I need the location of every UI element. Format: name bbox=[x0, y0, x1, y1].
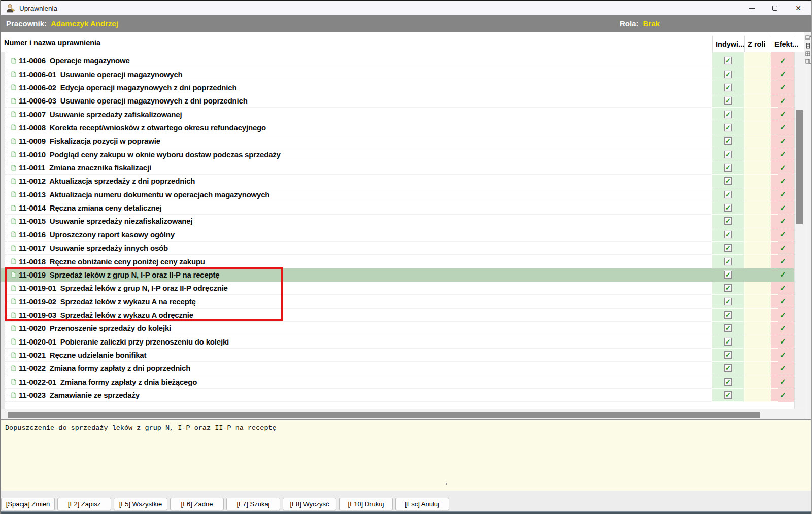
permission-row[interactable]: 11-0010 Podgląd ceny zakupu w oknie wybo… bbox=[5, 148, 794, 161]
permission-row[interactable]: 11-0020 Przenoszenie sprzedaży do kolejk… bbox=[5, 322, 794, 335]
individual-checkbox[interactable]: ✓ bbox=[724, 271, 732, 279]
individual-checkbox[interactable]: ✓ bbox=[724, 244, 732, 252]
individual-checkbox[interactable]: ✓ bbox=[724, 124, 732, 131]
tree-tick bbox=[7, 301, 11, 302]
footer-button-f5-wszystkie[interactable]: [F5] Wszystkie bbox=[114, 498, 167, 510]
checkbox-check-icon: ✓ bbox=[725, 177, 731, 185]
effective-check-icon: ✓ bbox=[780, 391, 786, 400]
individual-checkbox[interactable]: ✓ bbox=[724, 378, 732, 386]
permission-row[interactable]: 11-0022-01 Zmiana formy zapłaty z dnia b… bbox=[5, 375, 794, 389]
checkbox-check-icon: ✓ bbox=[725, 284, 731, 292]
vertical-scrollbar-thumb[interactable] bbox=[796, 110, 803, 224]
permission-row[interactable]: 11-0006-03 Usuwanie operacji magazynowyc… bbox=[5, 94, 794, 108]
minimize-button[interactable] bbox=[740, 1, 763, 15]
from-role-cell bbox=[744, 268, 771, 282]
checkbox-check-icon: ✓ bbox=[725, 298, 731, 305]
permission-row[interactable]: 11-0019-02 Sprzedaż leków z wykazu A na … bbox=[5, 295, 794, 308]
permission-row[interactable]: 11-0019 Sprzedaż leków z grup N, I-P ora… bbox=[5, 268, 794, 282]
individual-checkbox[interactable]: ✓ bbox=[724, 324, 732, 332]
vertical-scrollbar[interactable] bbox=[794, 52, 804, 409]
effective-check-icon: ✓ bbox=[780, 351, 786, 360]
individual-checkbox[interactable]: ✓ bbox=[724, 284, 732, 292]
footer-button-f6-zadne[interactable]: [F6] Żadne bbox=[170, 498, 224, 510]
column-header-effective[interactable]: Efekt... bbox=[771, 36, 794, 52]
permission-row[interactable]: 11-0014 Ręczna zmiana ceny detalicznej✓✓ bbox=[5, 201, 794, 215]
effective-check-icon: ✓ bbox=[780, 70, 786, 79]
individual-checkbox[interactable]: ✓ bbox=[724, 311, 732, 319]
checkbox-check-icon: ✓ bbox=[725, 217, 731, 225]
permission-row[interactable]: 11-0007 Usuwanie sprzedaży zafiskalizowa… bbox=[5, 108, 794, 121]
individual-checkbox[interactable]: ✓ bbox=[724, 364, 732, 372]
individual-checkbox[interactable]: ✓ bbox=[724, 217, 732, 225]
horizontal-scrollbar-thumb[interactable] bbox=[8, 412, 760, 418]
individual-checkbox[interactable]: ✓ bbox=[724, 84, 732, 91]
permission-row[interactable]: 11-0023 Zamawianie ze sprzedaży✓✓ bbox=[5, 389, 794, 402]
individual-cell: ✓ bbox=[712, 349, 744, 362]
role-value: Brak bbox=[643, 19, 660, 28]
maximize-button[interactable] bbox=[763, 1, 787, 15]
individual-checkbox[interactable]: ✓ bbox=[724, 338, 732, 346]
column-header-name[interactable]: Numer i nazwa uprawnienia bbox=[4, 32, 100, 52]
individual-checkbox[interactable]: ✓ bbox=[724, 164, 732, 172]
document-icon bbox=[11, 312, 16, 318]
permission-row[interactable]: 11-0021 Ręczne udzielanie bonifikat✓✓ bbox=[5, 349, 794, 362]
permission-row[interactable]: 11-0013 Aktualizacja numeru dokumentu w … bbox=[5, 188, 794, 201]
individual-cell: ✓ bbox=[712, 309, 744, 322]
individual-checkbox[interactable]: ✓ bbox=[724, 97, 732, 105]
footer-button-f10-drukuj[interactable]: [F10] Drukuj bbox=[339, 498, 393, 510]
permission-label: 11-0014 Ręczna zmiana ceny detalicznej bbox=[19, 203, 162, 212]
permission-label: 11-0019-03 Sprzedaż leków z wykazu A odr… bbox=[19, 311, 193, 319]
footer-button-esc-anuluj[interactable]: [Esc] Anuluj bbox=[395, 498, 449, 510]
footer-button-f2-zapisz[interactable]: [F2] Zapisz bbox=[57, 498, 111, 510]
tree-tick bbox=[7, 382, 11, 382]
footer-button-spacja-zmien[interactable]: [Spacja] Zmień bbox=[1, 498, 55, 510]
from-role-cell bbox=[744, 175, 771, 188]
checkbox-check-icon: ✓ bbox=[725, 57, 731, 64]
permission-row[interactable]: 11-0012 Aktualizacja sprzedaży z dni pop… bbox=[5, 175, 794, 188]
individual-checkbox[interactable]: ✓ bbox=[724, 57, 732, 64]
permission-name-cell: 11-0011 Zmiana znacznika fiskalizacji bbox=[5, 161, 712, 175]
individual-checkbox[interactable]: ✓ bbox=[724, 231, 732, 238]
permission-row[interactable]: 11-0011 Zmiana znacznika fiskalizacji✓✓ bbox=[5, 161, 794, 175]
permission-name-cell: 11-0007 Usuwanie sprzedaży zafiskalizowa… bbox=[5, 108, 712, 121]
permission-row[interactable]: 11-0020-01 Pobieranie zaliczki przy prze… bbox=[5, 335, 794, 349]
individual-checkbox[interactable]: ✓ bbox=[724, 391, 732, 399]
individual-checkbox[interactable]: ✓ bbox=[724, 111, 732, 118]
individual-checkbox[interactable]: ✓ bbox=[724, 71, 732, 78]
document-icon bbox=[11, 352, 16, 358]
individual-cell: ✓ bbox=[712, 375, 744, 389]
permission-row[interactable]: 11-0006-02 Edycja operacji magazynowych … bbox=[5, 81, 794, 94]
permission-row[interactable]: 11-0008 Korekta recept/wniosków z otwart… bbox=[5, 121, 794, 134]
individual-checkbox[interactable]: ✓ bbox=[724, 177, 732, 185]
individual-checkbox[interactable]: ✓ bbox=[724, 351, 732, 359]
permission-row[interactable]: 11-0006 Operacje magazynowe✓✓ bbox=[5, 54, 794, 67]
individual-checkbox[interactable]: ✓ bbox=[724, 151, 732, 158]
permission-row[interactable]: 11-0019-01 Sprzedaż leków z grup N, I-P … bbox=[5, 282, 794, 295]
permission-row[interactable]: 11-0018 Ręczne obniżanie ceny poniżej ce… bbox=[5, 255, 794, 268]
effective-cell: ✓ bbox=[771, 134, 794, 148]
individual-checkbox[interactable]: ✓ bbox=[724, 137, 732, 145]
individual-checkbox[interactable]: ✓ bbox=[724, 204, 732, 212]
footer-button-f7-szukaj[interactable]: [F7] Szukaj bbox=[226, 498, 280, 510]
individual-cell: ✓ bbox=[712, 94, 744, 108]
footer-button-f8-wyczysc[interactable]: [F8] Wyczyść bbox=[283, 498, 336, 510]
permission-row[interactable]: 11-0016 Uproszczony raport kasowy ogólny… bbox=[5, 228, 794, 242]
permission-row[interactable]: 11-0017 Usuwanie sprzedaży innych osób✓✓ bbox=[5, 242, 794, 255]
individual-checkbox[interactable]: ✓ bbox=[724, 191, 732, 198]
individual-checkbox[interactable]: ✓ bbox=[724, 298, 732, 305]
maximize-icon bbox=[772, 6, 777, 11]
checkbox-check-icon: ✓ bbox=[725, 378, 731, 386]
column-header-individual[interactable]: Indywi... bbox=[712, 36, 744, 52]
individual-checkbox[interactable]: ✓ bbox=[724, 258, 732, 265]
individual-cell: ✓ bbox=[712, 175, 744, 188]
permission-name-cell: 11-0006-02 Edycja operacji magazynowych … bbox=[5, 81, 712, 94]
permission-row[interactable]: 11-0022 Zmiana formy zapłaty z dni poprz… bbox=[5, 362, 794, 375]
close-button[interactable]: ✕ bbox=[787, 1, 810, 15]
horizontal-scrollbar[interactable] bbox=[0, 409, 804, 419]
column-header-from-role[interactable]: Z roli bbox=[744, 36, 771, 52]
permission-row[interactable]: 11-0019-03 Sprzedaż leków z wykazu A odr… bbox=[5, 309, 794, 322]
permission-row[interactable]: 11-0015 Usuwanie sprzedaży niezafiskaliz… bbox=[5, 215, 794, 228]
document-icon bbox=[11, 111, 16, 117]
permission-row[interactable]: 11-0006-01 Usuwanie operacji magazynowyc… bbox=[5, 67, 794, 81]
permission-row[interactable]: 11-0009 Fiskalizacja pozycji w poprawie✓… bbox=[5, 134, 794, 148]
